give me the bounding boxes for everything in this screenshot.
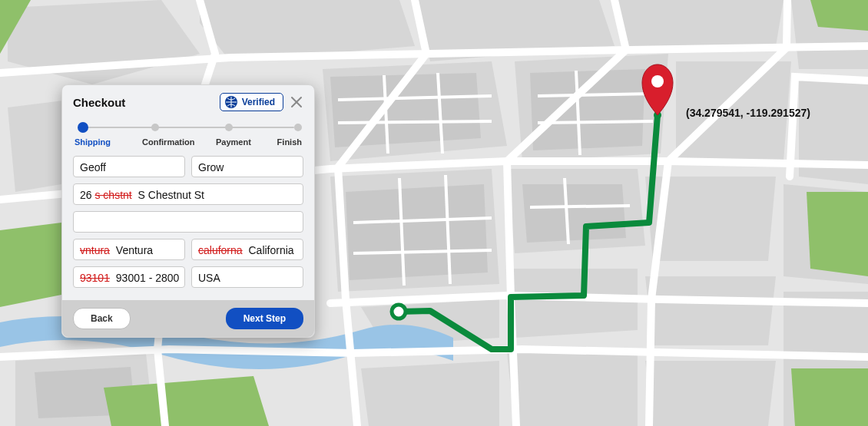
- country-value: USA: [198, 272, 220, 284]
- next-step-button[interactable]: Next Step: [226, 308, 303, 329]
- address2-field[interactable]: [73, 211, 303, 233]
- last-name-value: Grow: [198, 161, 224, 173]
- city-bad: vntura: [80, 244, 110, 256]
- checkout-header: Checkout Verified: [62, 85, 314, 116]
- verified-badge[interactable]: Verified: [220, 93, 283, 111]
- address1-bad: s chstnt: [94, 189, 131, 201]
- step-label-confirmation: Confirmation: [142, 137, 216, 147]
- step-dot-payment[interactable]: [225, 124, 233, 131]
- first-name-value: Geoff: [80, 161, 106, 173]
- zip-bad: 93101: [80, 272, 110, 284]
- globe-icon: [225, 96, 237, 108]
- step-dot-shipping[interactable]: [78, 122, 88, 133]
- address1-good: S Chestnut St: [138, 189, 204, 201]
- shipping-form: Geoff Grow 26 s chstnt S Chestnut St vnt…: [62, 147, 314, 300]
- next-label: Next Step: [244, 313, 286, 324]
- svg-marker-26: [522, 184, 626, 243]
- close-button[interactable]: [288, 94, 305, 111]
- back-label: Back: [91, 313, 113, 324]
- checkout-footer: Back Next Step: [62, 300, 314, 337]
- country-field[interactable]: USA: [191, 266, 303, 288]
- zip-field[interactable]: 93101 93001 - 2800: [73, 266, 185, 288]
- step-dot-confirmation[interactable]: [151, 124, 159, 131]
- svg-marker-33: [791, 368, 868, 426]
- svg-marker-17: [645, 276, 776, 345]
- svg-marker-31: [807, 192, 868, 276]
- checkout-title: Checkout: [73, 96, 125, 109]
- checkout-panel: Checkout Verified Ship: [61, 84, 315, 338]
- svg-marker-29: [810, 0, 868, 31]
- checkout-stepper: Shipping Confirmation Payment Finish: [62, 116, 314, 147]
- last-name-field[interactable]: Grow: [191, 156, 303, 177]
- marker-coordinates-label: (34.279541, -119.291527): [686, 107, 810, 119]
- step-label-shipping: Shipping: [75, 137, 142, 147]
- step-label-finish: Finish: [276, 137, 302, 147]
- state-good: California: [248, 244, 293, 256]
- svg-point-34: [392, 305, 406, 319]
- svg-marker-25: [346, 184, 488, 280]
- state-bad: caluforna: [198, 244, 243, 256]
- address1-prefix: 26: [80, 189, 92, 201]
- first-name-field[interactable]: Geoff: [73, 156, 185, 177]
- svg-marker-16: [507, 269, 638, 338]
- svg-marker-21: [645, 361, 776, 426]
- state-field[interactable]: caluforna California: [191, 239, 303, 260]
- step-dot-finish[interactable]: [294, 124, 302, 131]
- verified-label: Verified: [242, 97, 275, 107]
- svg-marker-19: [361, 361, 499, 426]
- svg-point-36: [651, 75, 664, 88]
- close-icon: [290, 96, 303, 108]
- city-good: Ventura: [116, 244, 153, 256]
- address1-field[interactable]: 26 s chstnt S Chestnut St: [73, 183, 303, 205]
- zip-good: 93001 - 2800: [116, 272, 180, 284]
- svg-marker-20: [507, 353, 638, 426]
- city-field[interactable]: vntura Ventura: [73, 239, 185, 260]
- back-button[interactable]: Back: [73, 308, 131, 329]
- step-label-payment: Payment: [216, 137, 276, 147]
